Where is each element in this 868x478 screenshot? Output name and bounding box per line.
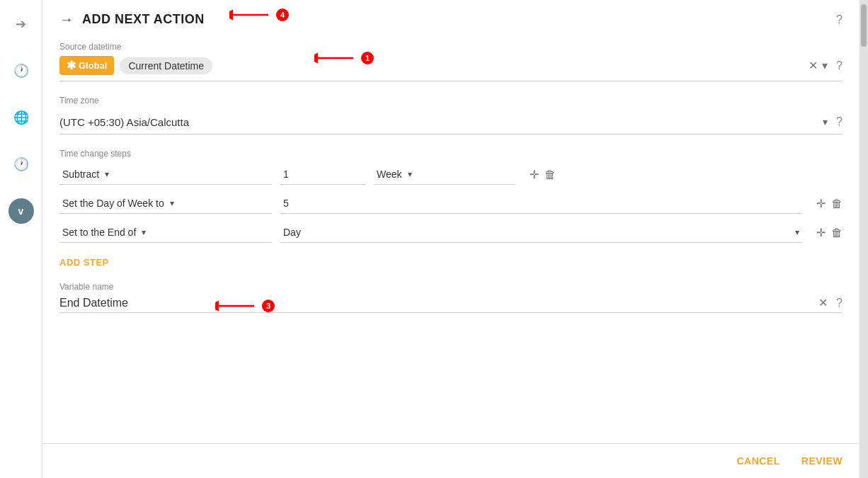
step1-unit-value: Week [374, 164, 405, 184]
annotation-arrow-4 [229, 4, 272, 25]
main-content: → ADD NEXT ACTION 4 ? [42, 0, 860, 478]
timezone-value: (UTC +05:30) Asia/Calcutta [59, 116, 823, 128]
step-row-1: Subtract ▾ Week ▾ ✛ 🗑 [59, 164, 843, 185]
source-datetime-value: Current Datetime [120, 57, 212, 74]
scroll-thumb[interactable] [861, 4, 867, 47]
step3-unit-select[interactable]: Day ▾ [280, 222, 802, 243]
asterisk-icon: ✱ [67, 59, 76, 72]
timezone-help-icon[interactable]: ? [836, 115, 843, 128]
global-badge[interactable]: ✱ Global [59, 56, 114, 75]
variable-section: Variable name End Datetime [59, 282, 843, 313]
time-change-steps-section: Time change steps Subtract ▾ Week ▾ ✛ 🗑 [59, 149, 843, 243]
review-button[interactable]: REVIEW [801, 455, 843, 467]
timezone-select[interactable]: (UTC +05:30) Asia/Calcutta ▾ ? [59, 110, 843, 135]
source-datetime-row: ✱ Global Current Datetime [59, 56, 843, 81]
step1-operation-arrow: ▾ [102, 165, 112, 183]
annotation-num-3: 3 [262, 300, 275, 312]
source-datetime-icons: ✕ ▾ [809, 59, 828, 72]
step3-move-icon[interactable]: ✛ [816, 226, 826, 239]
variable-label: Variable name [59, 282, 843, 292]
step3-unit-arrow: ▾ [792, 223, 802, 241]
step2-actions: ✛ 🗑 [816, 197, 843, 210]
source-datetime-section: Source datetime ✱ Global Current Datetim… [59, 42, 843, 81]
variable-value: End Datetime [59, 297, 818, 309]
step2-operation-arrow: ▾ [167, 194, 177, 212]
header-arrow-icon: → [59, 11, 74, 28]
step1-unit-select[interactable]: Week ▾ [374, 164, 515, 185]
time-change-label: Time change steps [59, 149, 843, 159]
header-row: → ADD NEXT ACTION 4 ? [59, 11, 843, 28]
left-sidebar: ➔ 🕐 🌐 🕐 v [0, 0, 42, 478]
variable-clear-icon[interactable]: ✕ [818, 296, 828, 309]
annotation-num-1: 1 [361, 52, 374, 64]
clear-icon[interactable]: ✕ [809, 59, 818, 72]
annotation-arrow-1 [314, 47, 357, 69]
sidebar-arrow-icon[interactable]: ➔ [8, 11, 34, 37]
step-row-3: Set to the End of ▾ Day ▾ ✛ 🗑 [59, 222, 843, 243]
step1-delete-icon[interactable]: 🗑 [544, 169, 556, 181]
footer: CANCEL REVIEW [42, 443, 860, 478]
step3-operation-arrow: ▾ [139, 223, 149, 241]
dropdown-icon[interactable]: ▾ [822, 59, 828, 72]
cancel-button[interactable]: CANCEL [736, 455, 780, 467]
variable-row: End Datetime 3 [59, 296, 843, 313]
step1-actions: ✛ 🗑 [530, 168, 556, 181]
header-help-icon[interactable]: ? [836, 13, 843, 26]
timezone-label: Time zone [59, 96, 843, 106]
sidebar-avatar-icon[interactable]: v [8, 198, 34, 224]
step1-move-icon[interactable]: ✛ [530, 168, 539, 181]
step2-operation-value: Set the Day of Week to [59, 193, 167, 213]
step-row-2: Set the Day of Week to ▾ ✛ 🗑 [59, 193, 843, 214]
right-scrollbar[interactable] [860, 0, 868, 478]
global-label: Global [79, 60, 107, 71]
timezone-section: Time zone (UTC +05:30) Asia/Calcutta ▾ ? [59, 96, 843, 135]
step3-actions: ✛ 🗑 [816, 226, 843, 239]
annotation-4: 4 [229, 4, 289, 25]
annotation-3: 3 [215, 296, 275, 316]
sidebar-clock2-icon[interactable]: 🕐 [8, 152, 34, 177]
source-datetime-label: Source datetime [59, 42, 843, 52]
sidebar-globe-icon[interactable]: 🌐 [8, 105, 34, 130]
step3-unit-value: Day [280, 222, 792, 242]
step3-delete-icon[interactable]: 🗑 [831, 227, 843, 239]
step1-amount-input[interactable] [280, 164, 365, 185]
variable-help-icon[interactable]: ? [836, 297, 843, 309]
annotation-1: 1 [314, 47, 374, 69]
step3-operation-value: Set to the End of [59, 222, 139, 242]
annotation-num-4: 4 [276, 8, 289, 21]
add-step-button[interactable]: ADD STEP [59, 257, 843, 268]
annotation-arrow-3 [215, 296, 258, 316]
step3-operation-select[interactable]: Set to the End of ▾ [59, 222, 272, 243]
timezone-dropdown-icon: ▾ [823, 116, 828, 127]
sidebar-clock-icon[interactable]: 🕐 [8, 58, 34, 84]
page-title: ADD NEXT ACTION [82, 12, 205, 27]
step1-operation-select[interactable]: Subtract ▾ [59, 164, 272, 185]
step1-operation-value: Subtract [59, 164, 102, 184]
step1-unit-arrow: ▾ [405, 165, 415, 183]
source-datetime-help-icon[interactable]: ? [836, 59, 843, 72]
step2-delete-icon[interactable]: 🗑 [831, 198, 843, 210]
step2-amount-input[interactable] [280, 193, 802, 214]
variable-icons: ✕ [818, 296, 828, 309]
step2-move-icon[interactable]: ✛ [816, 197, 826, 210]
step2-operation-select[interactable]: Set the Day of Week to ▾ [59, 193, 272, 214]
content-area: → ADD NEXT ACTION 4 ? [42, 0, 860, 443]
